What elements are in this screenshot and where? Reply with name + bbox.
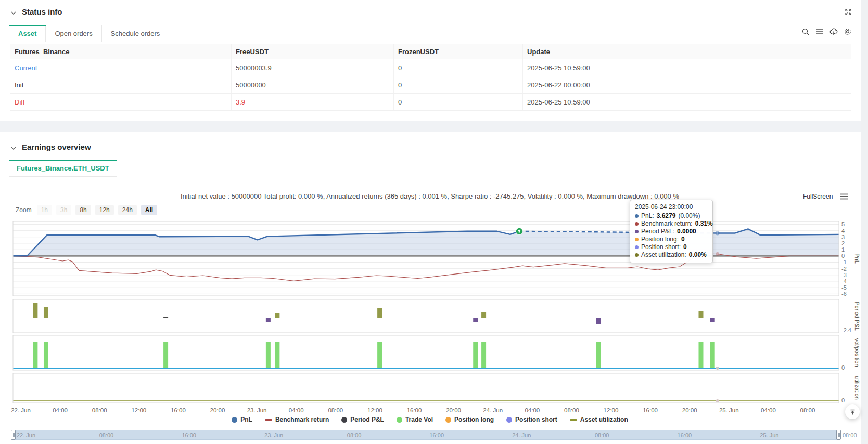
y-tick-label: -4 [841, 278, 847, 284]
period-pnl-bar [33, 303, 37, 318]
col-header-frozen-usdt: FrozenUSDT [394, 44, 523, 59]
y-tick-label: -2 [841, 266, 847, 272]
cloud-download-icon[interactable] [829, 28, 838, 36]
tooltip-value: 0.0000 [677, 228, 696, 236]
axis-title: utilization [854, 376, 860, 400]
y-tick-label: 0 [841, 253, 845, 259]
slider-axis-label: 24. Jun [512, 432, 531, 438]
trade-vol-bar [163, 342, 168, 368]
chevron-down-icon[interactable] [10, 144, 17, 150]
legend-item-pnl[interactable]: PnL [232, 416, 252, 423]
tooltip-label: Position long: [641, 236, 679, 243]
cell-update: 2025-06-25 10:59:00 [523, 94, 851, 110]
zoom-button-12h[interactable]: 12h [95, 205, 114, 215]
chevron-down-icon[interactable] [10, 9, 17, 15]
period-pnl-bar [596, 318, 601, 324]
y-tick-label: 0 [841, 364, 845, 371]
legend-item-position-short[interactable]: Position short [506, 416, 557, 423]
period-pnl-bar [44, 307, 48, 318]
back-to-top-button[interactable] [845, 404, 860, 419]
period-pnl-bar [377, 308, 382, 318]
tooltip-value: 0 [681, 236, 685, 243]
legend-item-trade-vol[interactable]: Trade Vol [397, 416, 433, 423]
tooltip-series-dot [635, 222, 639, 226]
zoom-button-3h[interactable]: 3h [56, 205, 71, 215]
x-axis-label: 22. Jun [11, 407, 31, 413]
legend-marker-icon [341, 417, 347, 423]
y-tick-label: 2 [841, 240, 845, 246]
hover-dot-pnl [716, 231, 720, 235]
trade-vol-bar [698, 342, 703, 368]
col-header-free-usdt: FreeUSDT [232, 44, 394, 59]
trade-vol-bar [275, 342, 279, 368]
fullscreen-expand-icon[interactable] [844, 8, 852, 16]
tooltip-suffix: (0.00%) [678, 212, 700, 220]
slider-axis-label: 22. Jun [17, 432, 35, 438]
hover-dot-utilization [716, 399, 719, 402]
x-axis-label: 04:00 [525, 407, 540, 413]
x-axis-label: 08:00 [92, 407, 107, 413]
legend-label: Period P&L [350, 416, 384, 423]
cell-free-usdt: 50000003.9 [232, 59, 394, 76]
y-tick-label: -3 [841, 272, 847, 278]
tooltip-label: PnL: [641, 212, 654, 220]
tooltip-value: 3.6279 [657, 212, 676, 220]
x-axis-label: 04:00 [761, 407, 776, 413]
legend-marker-icon [445, 417, 451, 423]
slider-axis-label: 08:00 [595, 432, 609, 438]
zoom-button-8h[interactable]: 8h [75, 205, 91, 215]
page-scrollbar[interactable] [861, 0, 868, 444]
menu-icon[interactable] [840, 193, 849, 200]
period-pnl-bar [275, 313, 279, 318]
period-pnl-bar [163, 317, 168, 319]
legend-label: Position short [515, 416, 557, 423]
tooltip-series-dot [635, 238, 639, 241]
earnings-header: Earnings overview [10, 142, 91, 151]
x-axis-label: 16:00 [171, 407, 186, 413]
x-axis-label: 12:00 [367, 407, 382, 413]
cell-update: 2025-06-22 00:00:00 [523, 76, 851, 93]
trade-vol-bar [377, 342, 382, 368]
datazoom-slider[interactable]: 22. Jun08:0016:0023. Jun08:0016:0024. Ju… [13, 430, 839, 440]
x-axis-label: 25. Jun [719, 407, 739, 413]
zoom-button-1h[interactable]: 1h [37, 205, 52, 215]
legend-item-period-p-l[interactable]: Period P&L [341, 416, 384, 423]
earnings-tabs: Futures_Binance.ETH_USDT [9, 160, 117, 177]
earnings-chart-canvas[interactable]: 543210-1-2-3-4-5-6-2.400PnLPeriod P&Lvol… [0, 217, 860, 416]
hover-dot-position [716, 367, 719, 370]
period-pnl-bar [698, 311, 703, 318]
zoom-button-24h[interactable]: 24h [118, 205, 137, 215]
y-tick-label: 0 [841, 397, 845, 403]
tab-schedule-orders[interactable]: Schedule orders [102, 25, 170, 42]
chart-toolbox: FullScreen [803, 193, 849, 200]
tab-futures-binance-eth-usdt[interactable]: Futures_Binance.ETH_USDT [9, 160, 117, 177]
legend-item-position-long[interactable]: Position long [445, 416, 494, 423]
search-icon[interactable] [801, 28, 810, 36]
cell-update: 2025-06-25 10:59:00 [523, 59, 851, 76]
tab-asset[interactable]: Asset [9, 25, 46, 42]
legend-item-asset-utilization[interactable]: Asset utilization [570, 416, 628, 423]
x-axis-label: 23. Jun [247, 407, 267, 413]
tab-open-orders[interactable]: Open orders [46, 25, 101, 42]
section-title-earnings: Earnings overview [22, 142, 91, 151]
tooltip-label: Asset utilization: [641, 251, 686, 259]
row-label-current[interactable]: Current [10, 59, 232, 76]
period-pnl-bar [481, 312, 486, 318]
x-axis-label: 12:00 [604, 407, 619, 413]
cell-frozen-usdt: 0 [394, 76, 523, 93]
legend-label: PnL [240, 416, 252, 423]
trade-vol-bar [44, 342, 48, 368]
datazoom-handle-left[interactable] [11, 430, 16, 440]
list-icon[interactable] [815, 28, 824, 36]
fullscreen-button[interactable]: FullScreen [803, 193, 833, 200]
cell-free-usdt: 3.9 [232, 94, 394, 110]
datazoom-handle-right[interactable] [836, 430, 841, 440]
tooltip-row: Period P&L: 0.0000 [635, 228, 708, 236]
gear-icon[interactable] [844, 28, 852, 36]
y-tick-label: 5 [841, 221, 845, 227]
x-axis-label: 20:00 [682, 407, 697, 413]
zoom-button-all[interactable]: All [141, 205, 157, 215]
legend-item-benchmark-return[interactable]: Benchmark return [265, 416, 329, 423]
row-label-diff: Diff [10, 94, 232, 110]
panel-border [13, 299, 839, 333]
